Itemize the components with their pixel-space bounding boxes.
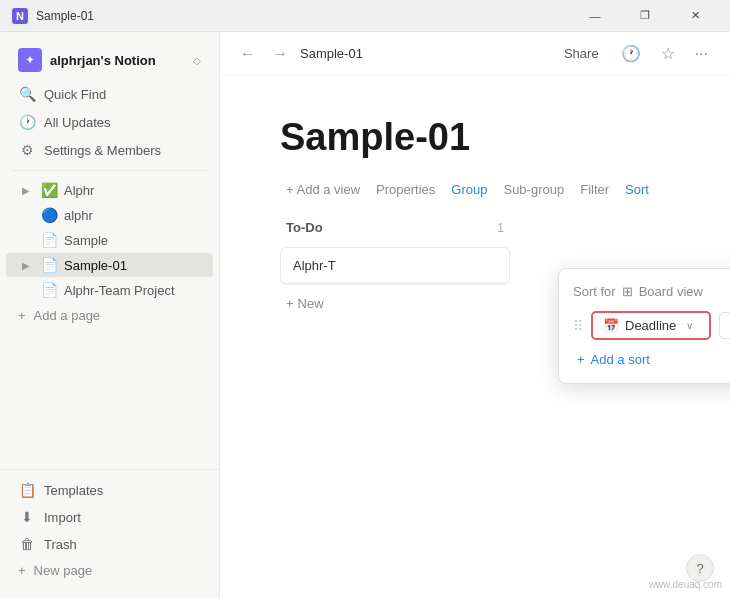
trash-label: Trash — [44, 537, 77, 552]
close-button[interactable]: ✕ — [672, 0, 718, 32]
page-icon-alphr-team: 📄 — [40, 282, 58, 298]
new-page-button[interactable]: + New page — [6, 558, 213, 583]
sidebar-item-import[interactable]: ⬇ Import — [6, 504, 213, 530]
sidebar-divider — [12, 170, 207, 171]
breadcrumb: Sample-01 — [300, 46, 363, 61]
titlebar-left: N Sample-01 — [12, 8, 94, 24]
new-page-icon: + — [18, 563, 26, 578]
board-view-label: Board view — [639, 284, 703, 299]
maximize-button[interactable]: ❐ — [622, 0, 668, 32]
import-icon: ⬇ — [18, 509, 36, 525]
page-label-sample-01: Sample-01 — [64, 258, 127, 273]
properties-button[interactable]: Properties — [370, 179, 441, 200]
sidebar-bottom: 📋 Templates ⬇ Import 🗑 Trash + New page — [0, 469, 219, 590]
trash-icon: 🗑 — [18, 536, 36, 552]
page-icon-alphr-check: ✅ — [40, 182, 58, 198]
new-label: New — [298, 296, 324, 311]
sidebar: ✦ alphrjan's Notion ◇ 🔍 Quick Find 🕐 All… — [0, 32, 220, 598]
sidebar-item-trash[interactable]: 🗑 Trash — [6, 531, 213, 557]
templates-icon: 📋 — [18, 482, 36, 498]
workspace-icon: ✦ — [18, 48, 42, 72]
workspace-name: alphrjan's Notion — [50, 53, 156, 68]
add-view-button[interactable]: + Add a view — [280, 179, 366, 200]
sort-popup-title: Sort for ⊞ Board view — [573, 284, 703, 299]
page-label-alphr-check: Alphr — [64, 183, 94, 198]
new-page-label: New page — [34, 563, 93, 578]
titlebar: N Sample-01 — ❐ ✕ — [0, 0, 730, 32]
add-page-inline-icon: + — [18, 308, 26, 323]
sort-row: ⠿ 📅 Deadline ∨ Ascending ∨ × — [573, 311, 730, 340]
history-icon[interactable]: 🕐 — [615, 40, 647, 67]
board-column-todo: To-Do 1 Alphr-T + New — [280, 216, 510, 317]
board-view-icon: ⊞ — [622, 284, 633, 299]
column-count-todo: 1 — [497, 221, 504, 235]
page-icon-alphr: 🔵 — [40, 207, 58, 223]
board-card-alphr-t[interactable]: Alphr-T — [280, 247, 510, 284]
page-title: Sample-01 — [280, 116, 670, 159]
more-icon[interactable]: ··· — [689, 41, 714, 67]
sort-order-dropdown[interactable]: Ascending ∨ — [719, 312, 730, 339]
page-item-alphr[interactable]: 🔵 alphr — [6, 203, 213, 227]
sidebar-item-templates[interactable]: 📋 Templates — [6, 477, 213, 503]
deadline-icon: 📅 — [603, 318, 619, 333]
page-item-alphr-check[interactable]: ▶ ✅ Alphr — [6, 178, 213, 202]
drag-handle-icon[interactable]: ⠿ — [573, 318, 583, 334]
board-column-header-todo: To-Do 1 — [280, 216, 510, 239]
expander-sample01: ▶ — [18, 260, 34, 271]
add-page-inline-button[interactable]: + Add a page — [6, 303, 213, 328]
page-icon-sample: 📄 — [40, 232, 58, 248]
app-body: ✦ alphrjan's Notion ◇ 🔍 Quick Find 🕐 All… — [0, 32, 730, 598]
import-label: Import — [44, 510, 81, 525]
updates-icon: 🕐 — [18, 114, 36, 130]
sort-for-label: Sort for — [573, 284, 616, 299]
sort-field-label: Deadline — [625, 318, 676, 333]
nav-pages: ▶ ✅ Alphr 🔵 alphr 📄 Sample ▶ 📄 Sample-01 — [0, 177, 219, 469]
workspace-header[interactable]: ✦ alphrjan's Notion ◇ — [6, 42, 213, 78]
field-chevron-icon: ∨ — [686, 320, 693, 331]
help-button[interactable]: ? — [686, 554, 714, 582]
add-page-inline-label: Add a page — [34, 308, 101, 323]
watermark: www.deuaq.com — [649, 579, 722, 590]
add-sort-icon: + — [577, 352, 585, 367]
minimize-button[interactable]: — — [572, 0, 618, 32]
page-item-sample-01[interactable]: ▶ 📄 Sample-01 — [6, 253, 213, 277]
window-title: Sample-01 — [36, 9, 94, 23]
page-label-sample: Sample — [64, 233, 108, 248]
new-card-button[interactable]: + New — [280, 290, 510, 317]
all-updates-label: All Updates — [44, 115, 110, 130]
page-item-sample[interactable]: 📄 Sample — [6, 228, 213, 252]
settings-label: Settings & Members — [44, 143, 161, 158]
page-label-alphr-team: Alphr-Team Project — [64, 283, 175, 298]
card-text-alphr-t: Alphr-T — [293, 258, 336, 273]
sidebar-item-quick-find[interactable]: 🔍 Quick Find — [6, 81, 213, 107]
page-icon-sample-01: 📄 — [40, 257, 58, 273]
sidebar-item-settings[interactable]: ⚙ Settings & Members — [6, 137, 213, 163]
back-button[interactable]: ← — [236, 41, 260, 67]
star-icon[interactable]: ☆ — [655, 40, 681, 67]
forward-button[interactable]: → — [268, 41, 292, 67]
column-title-todo: To-Do — [286, 220, 323, 235]
group-button[interactable]: Group — [445, 179, 493, 200]
page-label-alphr: alphr — [64, 208, 93, 223]
expander-icon: ▶ — [18, 185, 34, 196]
search-icon: 🔍 — [18, 86, 36, 102]
quick-find-label: Quick Find — [44, 87, 106, 102]
page-item-alphr-team[interactable]: 📄 Alphr-Team Project — [6, 278, 213, 302]
sort-button[interactable]: Sort — [619, 179, 655, 200]
sort-field-dropdown[interactable]: 📅 Deadline ∨ — [591, 311, 711, 340]
add-sort-label: Add a sort — [591, 352, 650, 367]
sort-popup-header: Sort for ⊞ Board view ? — [573, 283, 730, 299]
share-button[interactable]: Share — [556, 42, 607, 65]
sort-popup: Sort for ⊞ Board view ? ⠿ 📅 Deadline ∨ A… — [558, 268, 730, 384]
new-icon: + — [286, 296, 294, 311]
app-icon: N — [12, 8, 28, 24]
add-sort-button[interactable]: + Add a sort — [573, 350, 730, 369]
window-controls: — ❐ ✕ — [572, 0, 718, 32]
workspace-chevron-icon: ◇ — [193, 55, 201, 66]
main-content: ← → Sample-01 Share 🕐 ☆ ··· Sample-01 + … — [220, 32, 730, 598]
page-content: Sample-01 + Add a view Properties Group … — [220, 76, 730, 598]
sidebar-item-all-updates[interactable]: 🕐 All Updates — [6, 109, 213, 135]
filter-button[interactable]: Filter — [574, 179, 615, 200]
templates-label: Templates — [44, 483, 103, 498]
sub-group-button[interactable]: Sub-group — [497, 179, 570, 200]
